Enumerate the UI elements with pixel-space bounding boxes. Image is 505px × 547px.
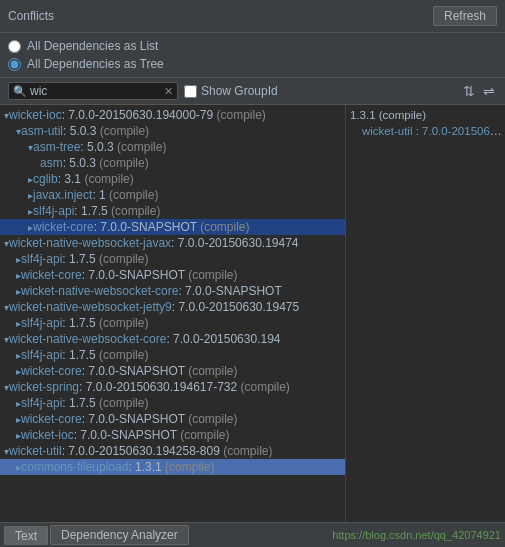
tree-item[interactable]: ▾wicket-spring: 7.0.0-20150630.194617-73… bbox=[0, 379, 345, 395]
main-content: ▾wicket-ioc: 7.0.0-20150630.194000-79 (c… bbox=[0, 105, 505, 522]
search-icon: 🔍 bbox=[13, 85, 27, 98]
radio-tree-label[interactable]: All Dependencies as Tree bbox=[27, 57, 164, 71]
radio-row-tree: All Dependencies as Tree bbox=[8, 55, 497, 73]
clear-search-icon[interactable]: ✕ bbox=[164, 85, 173, 98]
tree-item[interactable]: ▾wicket-native-websocket-javax: 7.0.0-20… bbox=[0, 235, 345, 251]
right-tree-item[interactable]: wicket-util : 7.0.0-20150630.194258-809 … bbox=[346, 123, 505, 139]
tree-item[interactable]: ▸slf4j-api: 1.7.5 (compile) bbox=[0, 347, 345, 363]
sort-desc-icon[interactable]: ⇌ bbox=[481, 83, 497, 99]
tree-item[interactable]: ▸wicket-native-websocket-core: 7.0.0-SNA… bbox=[0, 283, 345, 299]
search-input[interactable] bbox=[30, 84, 164, 98]
radio-row-list: All Dependencies as List bbox=[8, 37, 497, 55]
right-tree-item[interactable]: 1.3.1 (compile) bbox=[346, 107, 505, 123]
tree-item[interactable]: ▸slf4j-api: 1.7.5 (compile) bbox=[0, 315, 345, 331]
radio-all-deps-tree[interactable] bbox=[8, 58, 21, 71]
tree-item[interactable]: ▸wicket-core: 7.0.0-SNAPSHOT (compile) bbox=[0, 363, 345, 379]
tree-item[interactable]: ▸javax.inject: 1 (compile) bbox=[0, 187, 345, 203]
conflicts-title: Conflicts bbox=[8, 9, 54, 23]
groupid-checkbox[interactable] bbox=[184, 85, 197, 98]
tree-item[interactable]: ▾asm-tree: 5.0.3 (compile) bbox=[0, 139, 345, 155]
tree-item[interactable]: ▾asm-util: 5.0.3 (compile) bbox=[0, 123, 345, 139]
tree-item[interactable]: ▾wicket-native-websocket-core: 7.0.0-201… bbox=[0, 331, 345, 347]
tab-dependency-analyzer[interactable]: Dependency Analyzer bbox=[50, 525, 189, 545]
tree-item[interactable]: ▸slf4j-api: 1.7.5 (compile) bbox=[0, 395, 345, 411]
sort-asc-icon[interactable]: ⇅ bbox=[461, 83, 477, 99]
tree-item[interactable]: asm: 5.0.3 (compile) bbox=[0, 155, 345, 171]
radio-list-label[interactable]: All Dependencies as List bbox=[27, 39, 158, 53]
radio-section: All Dependencies as List All Dependencie… bbox=[0, 33, 505, 78]
groupid-label[interactable]: Show GroupId bbox=[201, 84, 278, 98]
top-bar: Conflicts Refresh bbox=[0, 0, 505, 33]
tree-item[interactable]: ▸cglib: 3.1 (compile) bbox=[0, 171, 345, 187]
tab-text[interactable]: Text bbox=[4, 526, 48, 545]
search-wrapper: 🔍 ✕ bbox=[8, 82, 178, 100]
show-groupid-checkbox: Show GroupId bbox=[184, 84, 278, 98]
tree-item[interactable]: ▸wicket-core: 7.0.0-SNAPSHOT (compile) bbox=[0, 267, 345, 283]
tree-item[interactable]: ▸wicket-core: 7.0.0-SNAPSHOT (compile) bbox=[0, 219, 345, 235]
sort-icons: ⇅ ⇌ bbox=[461, 83, 497, 99]
tree-item[interactable]: ▾wicket-ioc: 7.0.0-20150630.194000-79 (c… bbox=[0, 107, 345, 123]
bottom-bar: Text Dependency Analyzer https://blog.cs… bbox=[0, 522, 505, 547]
tree-item[interactable]: ▸wicket-ioc: 7.0.0-SNAPSHOT (compile) bbox=[0, 427, 345, 443]
tree-item[interactable]: ▸slf4j-api: 1.7.5 (compile) bbox=[0, 251, 345, 267]
right-dependency-panel[interactable]: 1.3.1 (compile)wicket-util : 7.0.0-20150… bbox=[345, 105, 505, 522]
refresh-button[interactable]: Refresh bbox=[433, 6, 497, 26]
tree-item[interactable]: ▸commons-fileupload: 1.3.1 (compile) bbox=[0, 459, 345, 475]
left-dependency-panel[interactable]: ▾wicket-ioc: 7.0.0-20150630.194000-79 (c… bbox=[0, 105, 345, 522]
tree-item[interactable]: ▾wicket-native-websocket-jetty9: 7.0.0-2… bbox=[0, 299, 345, 315]
status-url: https://blog.csdn.net/qq_42074921 bbox=[332, 529, 501, 541]
search-bar: 🔍 ✕ Show GroupId ⇅ ⇌ bbox=[0, 78, 505, 105]
tree-item[interactable]: ▸wicket-core: 7.0.0-SNAPSHOT (compile) bbox=[0, 411, 345, 427]
radio-all-deps-list[interactable] bbox=[8, 40, 21, 53]
tree-item[interactable]: ▾wicket-util: 7.0.0-20150630.194258-809 … bbox=[0, 443, 345, 459]
tree-item[interactable]: ▸slf4j-api: 1.7.5 (compile) bbox=[0, 203, 345, 219]
